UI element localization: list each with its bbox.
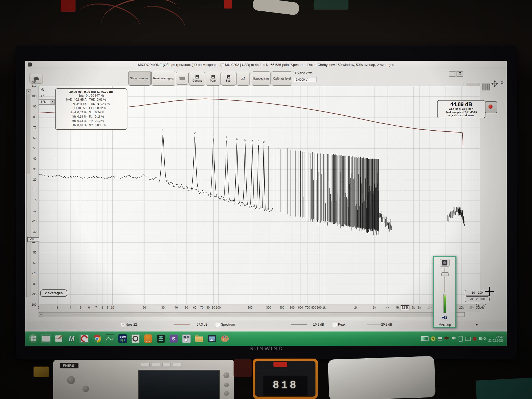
- c-ring-app[interactable]: [80, 334, 89, 343]
- x-tick-label: 2k: [354, 306, 358, 309]
- distortion-info-box: 30,00 Hz, 0,00 dBFS, 86,70 dB Span 0 .. …: [55, 88, 127, 130]
- record-button[interactable]: [485, 101, 497, 113]
- legend-checkbox-Spectrum[interactable]: ✓: [216, 323, 220, 327]
- spl-selector[interactable]: SPL ▼: [39, 99, 55, 105]
- zoom-out-button[interactable]: ⊖: [40, 94, 45, 99]
- mixer-link[interactable]: Микшер: [439, 323, 451, 327]
- keyboard-tray-icon[interactable]: [421, 336, 429, 341]
- scope-button: [152, 363, 160, 367]
- level-meter-fill: [444, 295, 446, 313]
- notepad-app[interactable]: [54, 334, 64, 343]
- paint-app[interactable]: [220, 334, 230, 343]
- scope-knob: [82, 386, 89, 392]
- device-tray-icon[interactable]: [459, 336, 463, 342]
- horizontal-scrollbar[interactable]: ◄: [39, 312, 465, 317]
- settings-gear-app[interactable]: ⚙: [169, 334, 178, 343]
- blank-window-app[interactable]: [41, 334, 51, 343]
- folder-explorer[interactable]: [194, 334, 204, 343]
- info-cell: 9th 0,095 %: [89, 123, 120, 127]
- legend-checkbox-Peak[interactable]: [333, 323, 337, 327]
- fs-sine-vrms-value[interactable]: 1.0000 V: [294, 77, 317, 82]
- language-indicator[interactable]: ENG: [479, 337, 486, 340]
- x-tick-label: 5k: [396, 306, 400, 309]
- start-button[interactable]: [28, 334, 38, 343]
- x-zoom-in-button[interactable]: ⊕: [482, 303, 487, 308]
- icon-orange-app[interactable]: ICON: [143, 334, 153, 343]
- statusbar-right-arrow-icon[interactable]: ►: [475, 323, 479, 326]
- vertical-scroll-thumb[interactable]: [27, 94, 30, 174]
- calibrate-level-button[interactable]: Calibrate level: [272, 71, 292, 86]
- image-viewer-app[interactable]: [207, 334, 217, 343]
- stepped-sine-button[interactable]: Stepped sine: [252, 71, 271, 86]
- chevron-down-icon[interactable]: ▼: [51, 100, 55, 104]
- show-distortion-button[interactable]: Show distortion: [128, 71, 151, 86]
- volume-slider-track[interactable]: [444, 268, 445, 293]
- speaker-tray-icon[interactable]: [451, 336, 456, 341]
- volume-slider-handle[interactable]: [441, 272, 449, 276]
- show-distortion-label: Show distortion: [130, 77, 149, 80]
- muted-speaker-icon[interactable]: [444, 336, 449, 341]
- info-cell: 3rd 0,24 %: [89, 110, 120, 115]
- mute-speaker-button[interactable]: [442, 315, 448, 321]
- stack-tray-icon[interactable]: [438, 337, 442, 340]
- volume-slider[interactable]: [434, 268, 455, 293]
- x-tick-label: 8: [101, 306, 103, 309]
- info-cell: 4th 0,19 %: [58, 115, 89, 119]
- legend-color-line: [367, 325, 383, 325]
- crosshair-cursor: [489, 287, 490, 296]
- plotter-app[interactable]: [105, 334, 115, 343]
- save-both-button[interactable]: Both: [221, 72, 236, 86]
- screen: MICROPHONE (Общая громкость) R on Микроф…: [25, 61, 507, 346]
- save-peak-button[interactable]: Peak: [206, 72, 221, 86]
- save-icon: [196, 75, 199, 78]
- pan-cross-icon[interactable]: [491, 80, 498, 87]
- restore-button[interactable]: ❐: [456, 71, 463, 77]
- x-tick-label: 40: [174, 306, 178, 309]
- desk-mat: [476, 377, 532, 399]
- open-file-button[interactable]: [176, 72, 189, 85]
- loop-mode-button[interactable]: ⇄: [236, 72, 250, 86]
- clock[interactable]: 23:32 22.02.2026: [488, 335, 504, 343]
- scroll-left-icon[interactable]: ◄: [39, 313, 43, 317]
- save-icon: [227, 75, 230, 78]
- vertical-scrollbar[interactable]: ▲: [26, 89, 31, 297]
- reset-averaging-button[interactable]: Reset averaging: [151, 71, 175, 86]
- x-tick-label: 10k: [427, 306, 432, 309]
- clock-date: 22.02.2026: [488, 339, 504, 342]
- oscilloscope-screen: [138, 370, 220, 399]
- oscilloscope: FNIRSI: [53, 360, 234, 399]
- info-cell: N 34,5 dB: [58, 102, 89, 106]
- x-tick-label: 5: [80, 306, 81, 309]
- x-tick-label: 4k: [386, 306, 389, 309]
- scroll-up-icon[interactable]: ▲: [27, 90, 31, 93]
- range-button-20-20000[interactable]: 20 20 000: [465, 296, 490, 302]
- info-cell: HHD 0,32 %: [89, 106, 120, 110]
- x-tick-label: 7k: [412, 306, 415, 309]
- chrome-browser[interactable]: [92, 334, 102, 343]
- disk-stack-app[interactable]: [156, 334, 166, 343]
- rew-app[interactable]: REW: [118, 334, 127, 343]
- red-badge-tray-icon[interactable]: [473, 337, 476, 340]
- mixer-panel-app[interactable]: [182, 334, 191, 343]
- info-cell: THD+N 0,47 %: [89, 102, 120, 106]
- spinner-up-icon[interactable]: ▲: [462, 84, 464, 86]
- minimize-button[interactable]: —: [449, 71, 456, 77]
- x-tick-label: 700: [305, 306, 310, 309]
- y-tick-label: -100: [25, 303, 36, 306]
- audio-device-button[interactable]: [440, 259, 450, 267]
- settings-gear-icon[interactable]: ⚙: [500, 80, 504, 85]
- x-tick-label: 60: [193, 306, 196, 309]
- audio-device-app[interactable]: [131, 334, 140, 343]
- x-tick-label: 25k: [469, 306, 474, 309]
- save-icon: [211, 75, 215, 78]
- network-display-tray-icon[interactable]: [465, 337, 471, 341]
- horizontal-scroll-thumb[interactable]: [43, 313, 453, 316]
- legend-checkbox-фев 22[interactable]: ✓: [121, 323, 125, 327]
- zoom-in-button[interactable]: ⊕: [40, 87, 45, 92]
- x-zoom-out-button[interactable]: ⊖: [475, 303, 480, 308]
- save-current-button[interactable]: Current: [189, 72, 205, 86]
- record-icon: [489, 105, 492, 109]
- waveform-app[interactable]: M: [67, 334, 76, 343]
- plus-tray-icon[interactable]: +: [431, 336, 435, 341]
- info-cell: 5th 0,16 %: [89, 115, 120, 119]
